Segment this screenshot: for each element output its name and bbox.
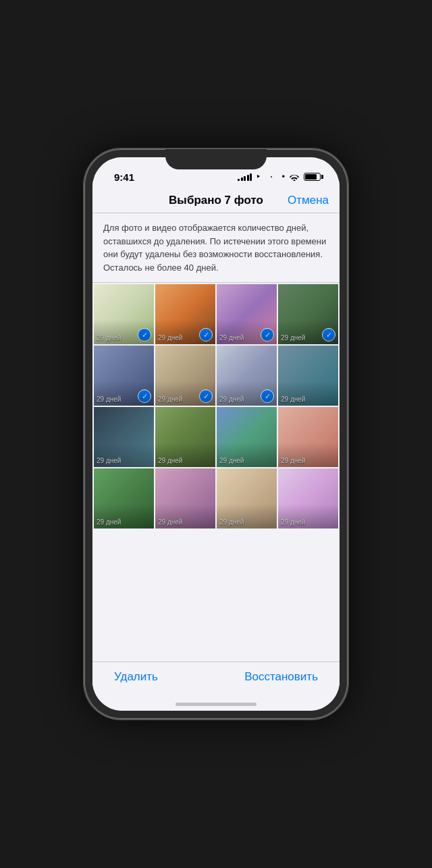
photo-selected-check: ✓: [138, 389, 151, 403]
photo-cell[interactable]: 29 дней✓: [155, 346, 215, 406]
photo-day-label: 29 дней: [97, 457, 121, 464]
header-title: Выбрано 7 фото: [169, 194, 263, 207]
home-bar: [176, 703, 256, 706]
photo-day-label: 29 дней: [219, 334, 244, 342]
photo-day-label: 29 дней: [158, 334, 182, 342]
photo-selected-check: ✓: [199, 328, 213, 342]
photo-cell[interactable]: 29 дней✓: [278, 284, 338, 344]
photo-cell[interactable]: 29 дней: [278, 468, 338, 528]
photo-cell[interactable]: 29 дней: [278, 346, 338, 406]
photo-day-label: 29 дней: [281, 396, 305, 403]
photo-day-label: 29 дней: [219, 396, 244, 403]
restore-button[interactable]: Восстановить: [244, 670, 318, 684]
photo-selected-check: ✓: [138, 328, 151, 342]
notch: [165, 149, 267, 169]
photo-cell[interactable]: 29 дней: [155, 407, 215, 467]
photo-cell[interactable]: 29 дней✓: [217, 284, 277, 344]
photo-grid: 29 дней✓29 дней✓29 дней✓29 дней✓29 дней✓…: [92, 283, 340, 530]
photos-area[interactable]: 29 дней✓29 дней✓29 дней✓29 дней✓29 дней✓…: [92, 283, 340, 661]
wifi-icon: [289, 173, 300, 181]
photo-day-label: 29 дней: [281, 518, 305, 526]
battery-fill: [305, 174, 317, 180]
battery-icon: [304, 173, 321, 181]
photo-cell[interactable]: 29 дней: [278, 407, 338, 467]
photo-day-label: 29 дней: [281, 334, 305, 342]
photo-cell[interactable]: 29 дней✓: [94, 284, 154, 344]
photo-day-label: 29 дней: [158, 518, 182, 526]
signal-icon: [238, 173, 252, 181]
photo-selected-check: ✓: [199, 389, 213, 403]
photo-day-label: 29 дней: [281, 457, 305, 464]
photo-cell[interactable]: 29 дней✓: [217, 346, 277, 406]
photo-cell[interactable]: 29 дней: [94, 407, 154, 467]
photo-day-label: 29 дней: [219, 518, 244, 526]
info-text: Для фото и видео отображается количество…: [92, 213, 340, 283]
delete-button[interactable]: Удалить: [114, 670, 158, 684]
photo-selected-check: ✓: [322, 328, 335, 342]
home-indicator: [92, 697, 340, 711]
photo-day-label: 29 дней: [158, 396, 182, 403]
photo-day-label: 29 дней: [219, 457, 244, 464]
cancel-button[interactable]: Отмена: [288, 194, 329, 207]
photo-selected-check: ✓: [261, 389, 274, 403]
wifi-icon: ‣ ⋅ •: [256, 171, 285, 183]
phone-frame: 9:41 ‣ ⋅ • Выбрано 7 фото: [84, 149, 348, 719]
photo-cell[interactable]: 29 дней✓: [94, 346, 154, 406]
status-icons: ‣ ⋅ •: [238, 171, 323, 183]
photo-cell[interactable]: 29 дней: [217, 407, 277, 467]
header: Выбрано 7 фото Отмена: [92, 187, 340, 213]
status-time: 9:41: [109, 171, 134, 183]
bottom-bar: Удалить Восстановить: [92, 661, 340, 697]
photo-cell[interactable]: 29 дней: [217, 468, 277, 528]
photo-day-label: 29 дней: [97, 334, 121, 342]
photo-day-label: 29 дней: [97, 396, 121, 403]
photo-cell[interactable]: 29 дней✓: [155, 284, 215, 344]
phone-screen: 9:41 ‣ ⋅ • Выбрано 7 фото: [92, 157, 340, 711]
photo-day-label: 29 дней: [97, 518, 121, 526]
photo-selected-check: ✓: [261, 328, 274, 342]
photo-day-label: 29 дней: [158, 457, 182, 464]
photo-cell[interactable]: 29 дней: [155, 468, 215, 528]
photo-cell[interactable]: 29 дней: [94, 468, 154, 528]
